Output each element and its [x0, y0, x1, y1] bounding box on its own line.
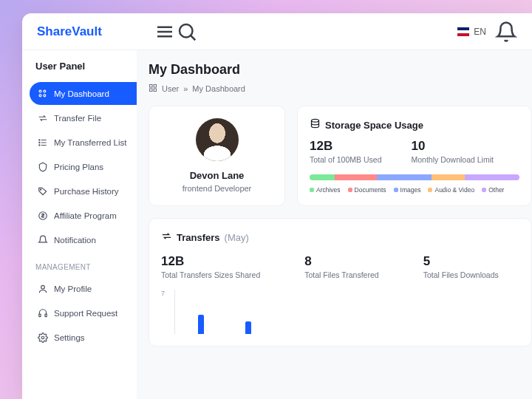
- user-icon: [37, 283, 48, 294]
- sidebar-item-support[interactable]: Support Request: [30, 301, 137, 324]
- files-transferred-label: Total Files Transfered: [304, 270, 378, 279]
- sidebar-item-dashboard[interactable]: My Dashboard: [30, 82, 137, 105]
- svg-point-12: [38, 139, 39, 140]
- sidebar-item-label: Transfer File: [54, 114, 101, 123]
- storage-used-label: Total of 100MB Used: [310, 155, 381, 164]
- chart-ylabel: 7: [161, 290, 165, 297]
- breadcrumb-icon: [149, 83, 157, 94]
- profile-name: Devon Lane: [190, 170, 245, 181]
- svg-rect-18: [38, 314, 40, 317]
- storage-used-value: 12B: [310, 139, 381, 154]
- sidebar-item-purchase-history[interactable]: Purchase History: [30, 180, 137, 202]
- sidebar-item-transferred-list[interactable]: My Transferred List: [30, 131, 137, 154]
- sidebar-item-transfer[interactable]: Transfer File: [30, 106, 137, 129]
- sidebar-item-label: Pricing Plans: [54, 163, 103, 171]
- svg-rect-19: [44, 314, 46, 317]
- transfers-title: Transfers: [177, 232, 220, 243]
- sidebar-item-label: Affiliate Program: [54, 211, 117, 220]
- transfer-size-label: Total Transfers Sizes Shared: [161, 270, 260, 279]
- tag-icon: [37, 185, 48, 197]
- sidebar-item-settings[interactable]: Settings: [30, 326, 137, 349]
- sidebar-item-notification[interactable]: Notification: [30, 228, 137, 251]
- grid-icon: [37, 88, 48, 99]
- svg-point-14: [38, 144, 39, 145]
- headset-icon: [37, 307, 48, 318]
- sidebar-item-label: Support Request: [54, 309, 117, 318]
- storage-title: Storage Space Usage: [325, 120, 423, 131]
- svg-rect-23: [150, 89, 153, 92]
- bell-icon[interactable]: [495, 21, 517, 43]
- brand-logo[interactable]: ShareVault: [37, 24, 102, 39]
- download-limit-label: Monthly Download Limit: [411, 155, 493, 164]
- svg-point-15: [40, 189, 41, 190]
- svg-point-5: [39, 90, 41, 92]
- storage-bar: [310, 174, 519, 180]
- storage-legend: Archives Documents Images Audio & Video …: [310, 186, 519, 194]
- sidebar-item-pricing[interactable]: Pricing Plans: [30, 155, 137, 178]
- svg-point-8: [43, 94, 45, 96]
- language-code: EN: [474, 27, 486, 37]
- svg-rect-21: [150, 85, 153, 88]
- pricing-icon: [37, 161, 48, 172]
- transfers-card: Transfers (May) 12B Total Transfers Size…: [149, 218, 532, 347]
- breadcrumb: User » My Dashboard: [149, 83, 532, 94]
- download-limit-value: 10: [411, 139, 493, 154]
- page-title: My Dashboard: [149, 62, 532, 78]
- sidebar-item-label: Notification: [54, 236, 96, 245]
- sidebar-item-label: Purchase History: [54, 187, 119, 196]
- transfers-month: (May): [225, 232, 249, 243]
- bell-icon: [37, 234, 48, 245]
- transfers-chart: 7: [161, 290, 519, 334]
- avatar: [196, 118, 239, 161]
- breadcrumb-root[interactable]: User: [162, 84, 179, 93]
- files-downloads-value: 5: [423, 254, 499, 269]
- search-icon[interactable]: [176, 21, 198, 43]
- gear-icon: [37, 332, 48, 343]
- svg-point-25: [312, 119, 319, 122]
- svg-point-20: [41, 336, 44, 339]
- flag-uk-icon: [457, 27, 469, 36]
- transfer-icon: [161, 231, 172, 244]
- sidebar-item-affiliate[interactable]: Affiliate Program: [30, 204, 137, 227]
- sidebar-item-label: My Dashboard: [54, 89, 109, 98]
- svg-point-3: [180, 24, 193, 38]
- sidebar-item-label: Settings: [54, 333, 85, 342]
- section-management: MANAGEMENT: [30, 253, 137, 277]
- svg-rect-24: [154, 89, 157, 92]
- svg-line-4: [191, 35, 195, 40]
- sidebar-item-profile[interactable]: My Profile: [30, 277, 137, 300]
- profile-role: frontend Developer: [183, 184, 252, 193]
- svg-point-6: [43, 90, 45, 92]
- chevron-right-icon: »: [183, 84, 188, 93]
- chart-bar: [245, 321, 251, 334]
- svg-point-7: [39, 94, 41, 96]
- transfer-icon: [37, 112, 48, 123]
- language-selector[interactable]: EN: [457, 27, 486, 37]
- svg-point-17: [41, 285, 44, 289]
- storage-card: Storage Space Usage 12B Total of 100MB U…: [297, 106, 532, 206]
- menu-icon[interactable]: [154, 21, 176, 43]
- panel-title: User Panel: [30, 61, 137, 82]
- transfer-size-value: 12B: [161, 254, 260, 269]
- svg-point-13: [38, 142, 39, 143]
- sidebar-item-label: My Transferred List: [54, 138, 126, 147]
- chart-bar: [198, 315, 204, 334]
- files-transferred-value: 8: [304, 254, 378, 269]
- profile-card: Devon Lane frontend Developer: [149, 106, 285, 206]
- breadcrumb-current: My Dashboard: [192, 84, 245, 93]
- list-icon: [37, 137, 48, 148]
- files-downloads-label: Total Files Downloads: [423, 270, 499, 279]
- sidebar-item-label: My Profile: [54, 284, 92, 293]
- database-icon: [310, 118, 321, 132]
- dollar-icon: [37, 210, 48, 221]
- svg-rect-22: [154, 85, 157, 88]
